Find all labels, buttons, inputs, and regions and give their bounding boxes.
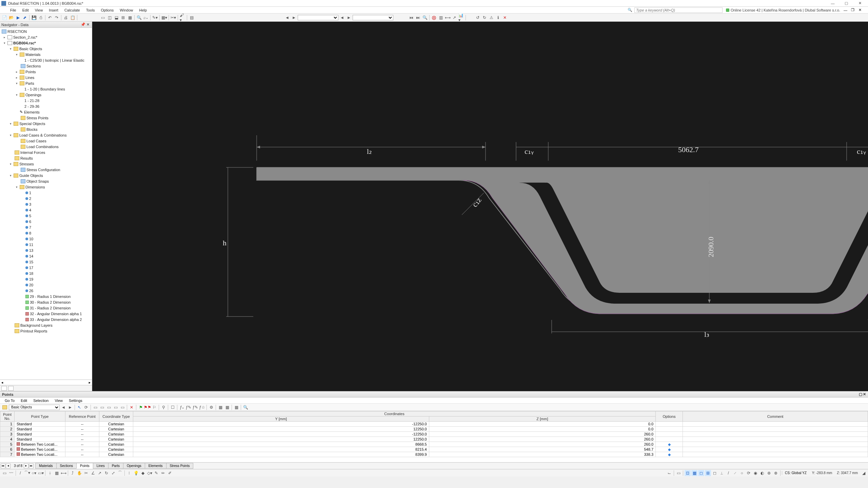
tree-special-objects[interactable]: ▾Special Objects	[0, 121, 92, 126]
panel-tab[interactable]: Parts	[108, 463, 123, 469]
sb-pen-icon[interactable]: ✎	[153, 470, 159, 476]
sb-br-icon[interactable]: ⤴	[70, 470, 76, 476]
hatch-icon[interactable]: ▤	[189, 15, 195, 21]
sb-axis-icon[interactable]: ⌙	[666, 470, 672, 476]
doc-minimize[interactable]: —	[844, 8, 850, 12]
tree-dim-item[interactable]: 19	[0, 276, 92, 282]
table-row[interactable]: 6 Between Two Locati...--Cartesian8215.4…	[0, 447, 868, 452]
doc-close[interactable]: ✕	[859, 8, 865, 12]
open-icon[interactable]: 📂	[8, 15, 14, 21]
panel-next-icon[interactable]: ►	[67, 404, 73, 410]
combo-2[interactable]	[353, 15, 393, 20]
tree-dim-item[interactable]: 13	[0, 247, 92, 253]
zoom-icon[interactable]: 🔍	[136, 15, 142, 21]
report-icon[interactable]: 📋	[70, 15, 76, 21]
sb-o9-icon[interactable]: ⊕	[766, 470, 772, 476]
sb-pen3-icon[interactable]: ✐	[167, 470, 173, 476]
sb-hand-icon[interactable]: ✋	[76, 470, 82, 476]
sb-dim-icon[interactable]: ⟷	[60, 470, 66, 476]
sb-fil-icon[interactable]: ⌒	[117, 470, 123, 476]
tree-basic-objects[interactable]: ▾Basic Objects	[0, 46, 92, 52]
edit-line-icon[interactable]: ✎▾	[152, 15, 158, 21]
sb-circ-icon[interactable]: ○▾	[31, 470, 37, 476]
warn-icon[interactable]: ⚠	[488, 15, 494, 21]
ref-icon[interactable]: ↺	[475, 15, 481, 21]
tool-icon-2[interactable]: ⬈	[22, 15, 28, 21]
redo-icon[interactable]: ↷	[54, 15, 60, 21]
sb-tr-icon[interactable]: ↗	[97, 470, 103, 476]
info-icon[interactable]: ℹ	[495, 15, 501, 21]
tree-dim-29[interactable]: 29 - Radius 1 Dimension	[0, 293, 92, 299]
arrow-icon[interactable]: ↗	[451, 15, 457, 21]
col-type[interactable]: Point Type	[15, 411, 65, 422]
tree-dim-item[interactable]: 1	[0, 190, 92, 196]
sb-grip-icon[interactable]: ⁝	[126, 470, 132, 476]
table-row[interactable]: 7 Between Two Locati...--Cartesian8399.9…	[0, 452, 868, 457]
sb-snap3-icon[interactable]: ◻	[698, 470, 704, 476]
col-coords[interactable]: Coordinates	[133, 411, 656, 416]
panel-menu-settings[interactable]: Settings	[66, 398, 85, 403]
col-options[interactable]: Options	[656, 411, 683, 422]
tree-dimensions[interactable]: ▾Dimensions	[0, 184, 92, 190]
tree-dim-item[interactable]: 7	[0, 224, 92, 230]
close-button[interactable]: ✕	[853, 0, 867, 6]
sb-win-icon[interactable]: ▭	[675, 470, 682, 476]
window-single-icon[interactable]: ▭	[100, 15, 106, 21]
tree-stress-cfg[interactable]: Stress Configuration	[0, 167, 92, 172]
panel-tab[interactable]: Stress Points	[166, 463, 194, 469]
sb-o7-icon[interactable]: ◉	[752, 470, 758, 476]
tree-dim-item[interactable]: 4	[0, 207, 92, 213]
panel-tab[interactable]: Lines	[93, 463, 108, 469]
tab-first-icon[interactable]: ⏮	[1, 464, 5, 468]
chart-icon[interactable]: 📊▾	[458, 15, 464, 21]
combo-1[interactable]	[298, 15, 338, 20]
sb-o2-icon[interactable]: ⟂	[718, 470, 725, 476]
sb-o6-icon[interactable]: ⟳	[746, 470, 752, 476]
panel-menu-goto[interactable]: Go To	[2, 398, 17, 403]
row-ins-icon[interactable]: ▭	[106, 404, 112, 410]
tree-dim-item[interactable]: 2	[0, 196, 92, 201]
sb-o5-icon[interactable]: ○	[739, 470, 745, 476]
table-row[interactable]: 5 Between Two Locati...--Cartesian8668.5…	[0, 442, 868, 447]
tree-openings[interactable]: ▾Openings	[0, 92, 92, 98]
fwd-icon[interactable]: ⏭	[415, 15, 421, 21]
menu-help[interactable]: Help	[136, 7, 150, 13]
flag-r-icon[interactable]: ⚑⚑	[144, 404, 151, 410]
panel-tab[interactable]: Openings	[123, 463, 145, 469]
tree-dim-30[interactable]: 30 - Radius 2 Dimension	[0, 299, 92, 305]
ref2-icon[interactable]: ↻	[481, 15, 488, 21]
tree-dim-32[interactable]: 32 - Angular Dimension alpha 1	[0, 311, 92, 317]
panel-close-icon[interactable]: ✕	[863, 392, 866, 396]
zoomwin-icon[interactable]: ⌕▾	[143, 15, 149, 21]
sb-box-icon[interactable]: ◆	[140, 470, 146, 476]
nav-last-icon[interactable]: ►	[346, 15, 352, 21]
print-icon[interactable]: 🖨	[63, 15, 69, 21]
pin-icon[interactable]: 📌	[81, 22, 85, 27]
align-icon[interactable]: ▥	[438, 15, 444, 21]
tree-bg-layers[interactable]: Background Layers	[0, 322, 92, 328]
doc-restore[interactable]: ❐	[851, 8, 858, 12]
grid-icon[interactable]: ▦▾	[161, 15, 167, 21]
nav-next-icon[interactable]: ►	[291, 15, 297, 21]
menu-tools[interactable]: Tools	[83, 7, 98, 13]
sb-line-icon[interactable]: /	[17, 470, 23, 476]
panel-tab[interactable]: Elements	[145, 463, 166, 469]
flag-icon[interactable]: ⚐	[151, 404, 157, 410]
tree-material-1[interactable]: 1 - C25/30 | Isotropic | Linear Elastic	[0, 57, 92, 63]
nav-first-icon[interactable]: ◄	[339, 15, 345, 21]
sb-ex-icon[interactable]: ⤢	[110, 470, 116, 476]
sb-snap2-icon[interactable]: ▦	[691, 470, 697, 476]
window-grid-icon[interactable]: ▦	[127, 15, 133, 21]
menu-view[interactable]: View	[32, 7, 46, 13]
tree-guide-objects[interactable]: ▾Guide Objects	[0, 172, 92, 178]
col-pointno[interactable]: Point No.	[0, 411, 15, 422]
fx-icon[interactable]: ƒₓ	[179, 404, 185, 410]
col-coord-type[interactable]: Coordinate Type	[99, 411, 133, 422]
ex1-icon[interactable]: ▦	[217, 404, 223, 410]
row-add-icon[interactable]: ▭	[92, 404, 98, 410]
col-y[interactable]: Y [mm]	[133, 416, 429, 422]
points-table[interactable]: Point No. Point Type Reference Point Coo…	[0, 411, 868, 457]
sb-o1-icon[interactable]: ◻	[712, 470, 718, 476]
menu-edit[interactable]: Edit	[20, 7, 32, 13]
tree-dim-item[interactable]: 18	[0, 270, 92, 276]
